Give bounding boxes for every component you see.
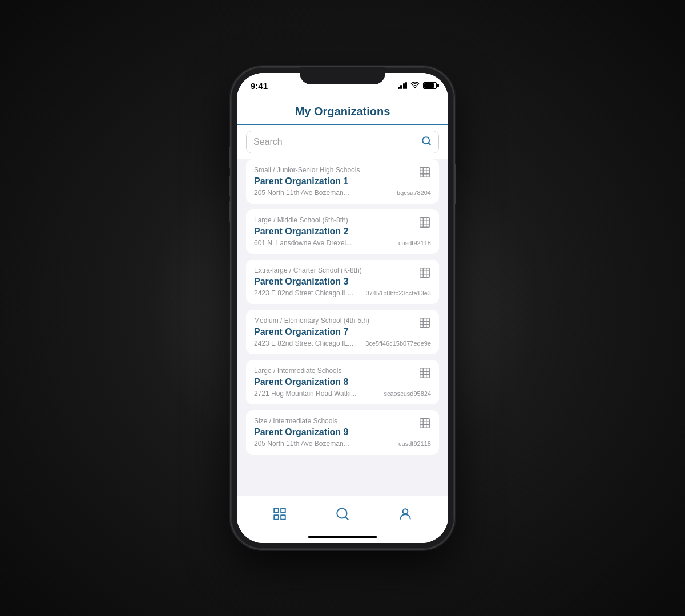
wifi-icon	[410, 82, 420, 90]
org-card[interactable]: Medium / Elementary School (4th-5th) Par…	[246, 310, 439, 354]
org-name: Parent Organization 1	[254, 176, 431, 187]
page-title: My Organizations	[246, 105, 439, 124]
org-building-icon	[418, 216, 431, 231]
org-details: 2423 E 82nd Street Chicago IL... 07451b8…	[254, 289, 431, 297]
org-name: Parent Organization 7	[254, 327, 431, 337]
org-type: Small / Junior-Senior High Schools	[254, 166, 431, 174]
org-details: 205 North 11th Ave Bozeman... cusdt92118	[254, 440, 431, 448]
org-code: 07451b8bfc23ccfe13e3	[366, 290, 431, 297]
nav-item-profile[interactable]	[386, 502, 424, 526]
nav-item-organizations[interactable]	[261, 502, 299, 526]
search-bar-container: Search	[237, 125, 448, 159]
org-details: 2721 Hog Mountain Road Watki... scaoscus…	[254, 390, 431, 398]
status-icons	[398, 82, 437, 90]
search-nav-icon	[335, 506, 350, 521]
svg-rect-17	[420, 318, 430, 328]
phone-notch	[300, 67, 385, 84]
svg-rect-35	[274, 515, 279, 520]
svg-rect-22	[420, 368, 430, 378]
search-placeholder: Search	[253, 137, 421, 147]
org-code: scaoscusd95824	[384, 390, 431, 397]
org-building-icon	[418, 417, 431, 432]
org-address: 205 North 11th Ave Bozeman...	[254, 189, 392, 197]
org-type: Large / Middle School (6th-8th)	[254, 216, 431, 224]
phone-screen: 9:41	[237, 73, 448, 543]
profile-nav-icon	[398, 506, 413, 521]
org-type: Medium / Elementary School (4th-5th)	[254, 317, 431, 325]
organizations-icon	[272, 506, 287, 521]
org-name: Parent Organization 3	[254, 277, 431, 287]
org-type: Large / Intermediate Schools	[254, 367, 431, 375]
organization-list: Small / Junior-Senior High Schools Paren…	[237, 159, 448, 496]
org-code: 3ce5ff46c15b077ede9e	[365, 340, 431, 347]
org-card[interactable]: Extra-large / Charter School (K-8th) Par…	[246, 260, 439, 304]
org-card[interactable]: Large / Intermediate Schools Parent Orga…	[246, 360, 439, 404]
org-address: 205 North 11th Ave Bozeman...	[254, 440, 394, 448]
svg-point-38	[403, 509, 408, 514]
org-building-icon	[418, 266, 431, 281]
org-name: Parent Organization 2	[254, 226, 431, 237]
svg-rect-2	[420, 168, 430, 177]
phone-frame: 9:41	[231, 67, 454, 549]
org-building-icon	[418, 317, 431, 331]
nav-header: My Organizations	[237, 98, 448, 125]
org-address: 2423 E 82nd Street Chicago IL...	[254, 289, 361, 297]
app-content: My Organizations Search	[237, 98, 448, 543]
svg-rect-27	[420, 419, 430, 428]
org-type: Size / Intermediate Schools	[254, 417, 431, 425]
svg-line-1	[428, 143, 430, 144]
org-details: 205 North 11th Ave Bozeman... bgcsa78204	[254, 189, 431, 197]
org-address: 2721 Hog Mountain Road Watki...	[254, 390, 379, 398]
org-address: 601 N. Lansdowne Ave Drexel...	[254, 239, 394, 247]
org-code: cusdt92118	[398, 240, 431, 246]
svg-line-37	[345, 517, 348, 520]
signal-bars-icon	[398, 82, 408, 89]
status-time: 9:41	[251, 81, 268, 91]
org-name: Parent Organization 9	[254, 427, 431, 437]
svg-rect-7	[420, 218, 430, 228]
svg-rect-33	[281, 508, 285, 513]
nav-item-search[interactable]	[324, 502, 361, 526]
org-building-icon	[418, 166, 431, 181]
svg-rect-12	[420, 268, 430, 278]
battery-icon	[423, 82, 437, 89]
org-details: 601 N. Lansdowne Ave Drexel... cusdt9211…	[254, 239, 431, 247]
org-code: cusdt92118	[398, 440, 431, 447]
svg-rect-34	[281, 515, 285, 520]
org-type: Extra-large / Charter School (K-8th)	[254, 266, 431, 274]
search-icon	[421, 136, 432, 148]
search-bar[interactable]: Search	[246, 131, 439, 153]
org-card[interactable]: Large / Middle School (6th-8th) Parent O…	[246, 209, 439, 254]
org-name: Parent Organization 8	[254, 377, 431, 387]
svg-rect-32	[274, 508, 279, 513]
org-building-icon	[418, 367, 431, 382]
org-card[interactable]: Size / Intermediate Schools Parent Organ…	[246, 410, 439, 455]
org-address: 2423 E 82nd Street Chicago IL...	[254, 339, 361, 347]
org-details: 2423 E 82nd Street Chicago IL... 3ce5ff4…	[254, 339, 431, 347]
org-card[interactable]: Small / Junior-Senior High Schools Paren…	[246, 159, 439, 204]
home-indicator	[308, 536, 377, 538]
org-code: bgcsa78204	[397, 189, 431, 196]
